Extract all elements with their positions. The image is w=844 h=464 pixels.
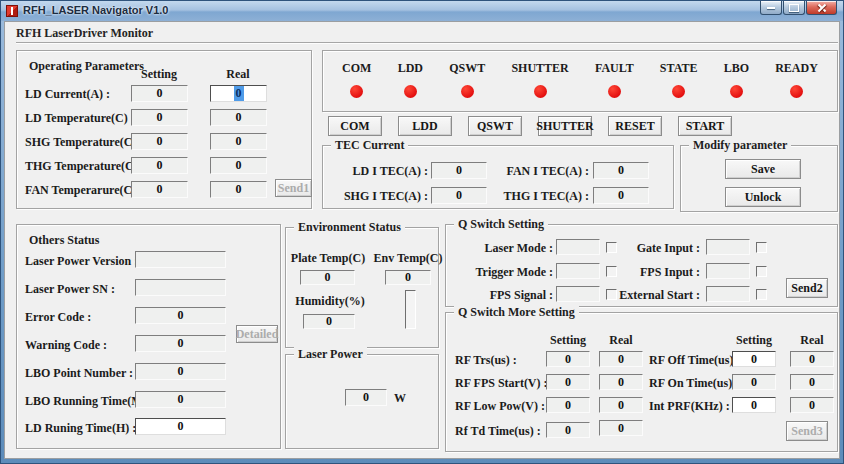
lbo-running-time-field[interactable]: 0 (135, 391, 226, 408)
humidity-field[interactable]: 0 (303, 314, 355, 329)
gate-input-checkbox[interactable] (756, 242, 767, 253)
rf-off-time-setting-field[interactable]: 0 (732, 351, 776, 367)
external-start-checkbox[interactable] (756, 289, 767, 300)
humidity-label: Humidity(%) (295, 294, 364, 309)
rf-off-time-real-field[interactable]: 0 (790, 351, 834, 367)
qswt-button[interactable]: QSWT (468, 116, 522, 136)
fan-tec-label: FAN I TEC(A) : (503, 164, 589, 179)
q-switch-setting-panel: Q Switch Setting Laser Mode : Gate Input… (445, 224, 838, 307)
ld-temperature-real-field[interactable]: 0 (210, 109, 267, 126)
com-button[interactable]: COM (328, 116, 382, 136)
gate-input-field[interactable] (706, 239, 750, 255)
laser-power-sn-field[interactable] (135, 279, 226, 296)
fan-temperature-setting-field[interactable]: 0 (131, 181, 188, 198)
rf-fps-start-real-field[interactable]: 0 (599, 374, 643, 390)
shg-temperature-setting-field[interactable]: 0 (131, 133, 188, 150)
thg-temperature-real-field[interactable]: 0 (210, 157, 267, 174)
laser-power-version-field[interactable] (135, 251, 226, 268)
send3-button[interactable]: Send3 (786, 421, 828, 441)
fps-input-field[interactable] (706, 263, 750, 279)
ld-temperature-setting-field[interactable]: 0 (131, 109, 188, 126)
fan-temperature-label: FAN Temperarure(C) : (25, 183, 143, 198)
rf-low-pow-real-field[interactable]: 0 (599, 397, 643, 413)
rf-trs-real-field[interactable]: 0 (599, 351, 643, 367)
laser-power-field[interactable]: 0 (345, 389, 387, 406)
qsm-right-col-real: Real (800, 333, 823, 348)
reset-button[interactable]: RESET (608, 116, 662, 136)
ld-temperature-label: LD Temperature(C) : (25, 111, 135, 126)
unlock-button[interactable]: Unlock (725, 187, 801, 207)
com-indicator-dot (350, 85, 363, 98)
shg-tec-label: SHG I TEC(A) : (331, 189, 428, 204)
rf-fps-start-setting-field[interactable]: 0 (546, 374, 590, 390)
q-switch-more-panel: Q Switch More Setting Setting Real Setti… (445, 312, 838, 452)
shg-temperature-label: SHG Temperature(C) : (25, 135, 143, 150)
titlebar[interactable]: RFH_LASER Navigator V1.0 (1, 1, 843, 21)
ldd-button[interactable]: LDD (398, 116, 452, 136)
rf-low-pow-setting-field[interactable]: 0 (546, 397, 590, 413)
plate-temp-field[interactable]: 0 (300, 270, 355, 285)
env-temp-label: Env Temp(C) (373, 251, 442, 266)
ready-indicator-dot (790, 85, 803, 98)
env-temp-field[interactable]: 0 (385, 270, 431, 285)
thg-temperature-setting-field[interactable]: 0 (131, 157, 188, 174)
send2-button[interactable]: Send2 (786, 278, 828, 298)
warning-code-field[interactable]: 0 (135, 335, 226, 352)
rf-on-time-setting-field[interactable]: 0 (732, 374, 776, 390)
indicator-ldd: LDD (398, 61, 423, 98)
close-icon (817, 4, 827, 12)
lbo-point-number-label: LBO Point Number : (25, 366, 133, 381)
int-prf-setting-field[interactable]: 0 (732, 397, 776, 413)
shg-temperature-real-field[interactable]: 0 (210, 133, 267, 150)
env-temp-gauge (405, 290, 416, 329)
maximize-button[interactable] (783, 1, 805, 15)
rf-td-time-real-field[interactable]: 0 (599, 420, 643, 436)
q-switch-setting-title: Q Switch Setting (454, 217, 548, 232)
shutter-button[interactable]: SHUTTER (538, 116, 592, 136)
ld-current-label: LD Current(A) : (25, 87, 110, 102)
others-status-panel: Others Status Laser Power Version : Lase… (16, 224, 281, 449)
rf-td-time-setting-field[interactable]: 0 (546, 422, 590, 438)
fps-input-checkbox[interactable] (756, 266, 767, 277)
indicator-qswt: QSWT (449, 61, 485, 98)
tec-current-title: TEC Current (331, 138, 408, 153)
shg-tec-field[interactable]: 0 (431, 187, 487, 204)
status-indicators-panel: COM LDD QSWT SHUTTER FAULT STATE LBO REA… (322, 50, 838, 112)
minimize-button[interactable] (760, 1, 782, 15)
ld-runing-time-label: LD Runing Time(H) : (25, 421, 136, 436)
rf-on-time-real-field[interactable]: 0 (790, 374, 834, 390)
int-prf-real-field[interactable]: 0 (790, 397, 834, 413)
fan-tec-field[interactable]: 0 (593, 162, 649, 179)
op-col-real: Real (226, 67, 249, 82)
ld-tec-field[interactable]: 0 (431, 162, 487, 179)
others-status-title: Others Status (29, 233, 99, 248)
indicator-state: STATE (660, 61, 698, 98)
operating-parameters-title: Operating Parameters (29, 59, 144, 74)
external-start-field[interactable] (706, 286, 750, 302)
send1-button[interactable]: Send1 (275, 179, 312, 197)
ld-runing-time-field[interactable]: 0 (135, 418, 226, 435)
ld-current-setting-field[interactable]: 0 (131, 85, 188, 102)
laser-power-sn-label: Laser Power SN : (25, 282, 115, 297)
fan-temperature-real-field[interactable]: 0 (210, 181, 267, 198)
rf-td-time-label: Rf Td Time(us) : (455, 424, 541, 439)
window-controls (760, 1, 837, 15)
ld-current-real-field[interactable]: 0 (210, 85, 267, 102)
save-button[interactable]: Save (725, 159, 801, 179)
error-code-field[interactable]: 0 (135, 307, 226, 324)
indicator-shutter: SHUTTER (511, 61, 568, 98)
client-area: RFH LaserDriver Monitor Operating Parame… (4, 21, 840, 459)
laser-mode-field[interactable] (556, 239, 600, 255)
start-button[interactable]: START (678, 116, 732, 136)
minimize-icon (767, 7, 775, 9)
fps-signal-field[interactable] (556, 286, 600, 302)
detailed-button[interactable]: Detailed (236, 325, 278, 343)
thg-tec-field[interactable]: 0 (593, 187, 649, 204)
op-col-setting: Setting (141, 67, 177, 82)
fps-input-label: FPS Input : (596, 265, 700, 280)
lbo-point-number-field[interactable]: 0 (135, 363, 226, 380)
indicator-com: COM (342, 61, 371, 98)
close-button[interactable] (806, 1, 837, 15)
trigger-mode-field[interactable] (556, 263, 600, 279)
rf-trs-setting-field[interactable]: 0 (546, 351, 590, 367)
